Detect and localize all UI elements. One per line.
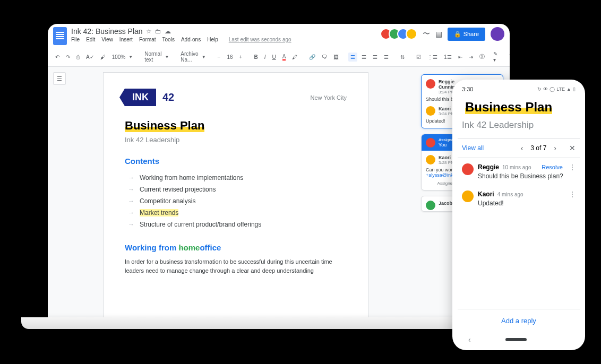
undo-icon[interactable]: ↶ [53,53,62,62]
menu-tools[interactable]: Tools [162,37,175,42]
company-logo: INK 42 [125,89,174,106]
align-center-icon[interactable]: ☰ [359,53,368,62]
underline-icon[interactable]: U [270,53,278,62]
comment-time: 4 mins ago [497,192,523,197]
menu-bar: File Edit View Insert Format Tools Add-o… [71,37,379,42]
phone-comment[interactable]: Reggie 10 mins ago Resolve ⋮ Should this… [458,158,580,185]
phone-comments-header: View all ‹ 3 of 7 › ✕ [458,138,580,158]
logo-text: INK [125,89,156,106]
collapse-icon[interactable]: ˆ [507,53,510,62]
menu-help[interactable]: Help [207,37,218,42]
commenter-avatar [426,79,435,89]
doc-title[interactable]: Ink 42: Business Plan [71,27,143,36]
menu-addons[interactable]: Add-ons [181,37,201,42]
commenter-avatar [462,163,474,175]
activity-icon[interactable]: 〜 [423,29,430,39]
bold-icon[interactable]: B [252,53,260,62]
toc-item[interactable]: Current revised projections [125,184,347,195]
menu-format[interactable]: Format [139,37,156,42]
align-justify-icon[interactable]: ☰ [382,53,391,62]
text-color-icon[interactable]: A [280,52,288,62]
paint-format-icon[interactable]: 🖌 [98,53,108,62]
doc-main-title: Business Plan [125,119,204,132]
checklist-icon[interactable]: ☑ [414,53,423,62]
font-select[interactable]: Archivo Na...▼ [178,50,208,64]
menu-view[interactable]: View [101,37,113,42]
align-left-icon[interactable]: ☰ [348,53,357,62]
line-spacing-icon[interactable]: ⇅ [398,53,407,62]
add-reply-button[interactable]: Add a reply [458,309,580,332]
last-edit-info[interactable]: Last edit was seconds ago [229,37,291,42]
clear-format-icon[interactable]: Ⓧ [477,51,487,62]
font-inc-icon[interactable]: + [237,53,245,62]
toc-item[interactable]: Working from home implementations [125,172,347,184]
logo-number: 42 [162,91,174,103]
account-avatar[interactable] [491,27,504,41]
move-icon[interactable]: 🗀 [155,28,161,35]
eye-icon: 👁 [543,86,548,92]
link-icon[interactable]: 🔗 [307,53,317,62]
menu-insert[interactable]: Insert [119,37,133,42]
document-page[interactable]: INK 42 New York City Business Plan Ink 4… [103,72,368,321]
share-button[interactable]: 🔒 Share [448,28,485,41]
comment-text: Updated! [478,200,576,207]
star-icon[interactable]: ☆ [146,28,152,35]
toc-list: Working from home implementations Curren… [125,172,347,230]
italic-icon[interactable]: I [262,53,268,62]
outdent-icon[interactable]: ⇤ [456,53,465,62]
status-bar: 3:30 ↻ 👁 ◯ LTE ▲ ▯ [458,86,580,97]
commenter-avatar [426,155,435,164]
laptop-screen: Ink 42: Business Plan ☆ 🗀 ☁ File Edit Vi… [48,24,510,321]
add-comment-icon[interactable]: 🗨 [320,53,329,62]
align-right-icon[interactable]: ☰ [371,53,380,62]
font-dec-icon[interactable]: − [216,53,223,62]
view-all-button[interactable]: View all [462,144,484,152]
close-icon[interactable]: ✕ [569,144,576,152]
phone-comment[interactable]: Kaori 4 mins ago ⋮ Updated! [458,185,580,212]
print-icon[interactable]: ⎙ [74,53,82,62]
phone-nav-bar: ‹ [458,332,580,344]
prev-icon[interactable]: ‹ [521,144,523,152]
more-icon[interactable]: ⋮ [569,190,576,198]
font-size[interactable]: 16 [225,53,235,61]
resolve-button[interactable]: Resolve [542,164,563,170]
toc-item[interactable]: Structure of current product/brand offer… [125,219,347,230]
image-icon[interactable]: 🖼 [331,53,341,62]
contents-heading: Contents [125,157,347,166]
commenter-name: Reggie [478,163,499,171]
avatar[interactable] [406,28,417,40]
toc-item[interactable]: Competitor analysis [125,195,347,207]
indent-icon[interactable]: ⇥ [467,53,475,62]
lte-label: LTE [556,86,565,92]
zoom-select[interactable]: 100%▼ [110,53,135,61]
collaborator-avatars[interactable] [383,28,417,40]
body-text: In order for a business transformation t… [125,257,347,275]
commenter-name: Kaori [478,190,494,198]
number-list-icon[interactable]: 1☰ [442,53,454,62]
menu-file[interactable]: File [71,37,80,42]
outline-toggle-icon[interactable]: ☰ [53,72,66,85]
docs-logo-icon[interactable] [53,27,67,45]
sync-icon: ↻ [537,86,542,92]
toolbar: ↶ ↷ ⎙ A✓ 🖌 100%▼ Normal text▼ Archivo Na… [48,47,510,67]
next-icon[interactable]: › [554,144,556,152]
more-icon[interactable]: ⋮ [569,163,576,171]
back-icon[interactable]: ‹ [468,335,471,344]
spellcheck-icon[interactable]: A✓ [84,53,96,62]
menu-edit[interactable]: Edit [86,37,95,42]
cloud-icon[interactable]: ☁ [165,28,171,35]
doc-header: Ink 42: Business Plan ☆ 🗀 ☁ File Edit Vi… [48,24,510,45]
editing-mode-icon[interactable]: ✎ ▾ [491,49,500,64]
style-select[interactable]: Normal text▼ [142,50,171,64]
home-handle[interactable] [505,338,527,341]
highlight-icon[interactable]: 🖍 [290,53,299,62]
bullet-list-icon[interactable]: ⋮☰ [425,53,440,62]
city-label: New York City [311,94,347,101]
circle-icon: ◯ [550,86,555,92]
redo-icon[interactable]: ↷ [64,53,72,62]
comment-text: Should this be Business plan? [478,172,576,180]
comment-icon[interactable]: ▤ [435,30,442,38]
phone-doc-title: Business Plan [465,100,552,114]
doc-subtitle: Ink 42 Leadership [125,136,347,144]
toc-item[interactable]: Market trends [125,207,347,219]
